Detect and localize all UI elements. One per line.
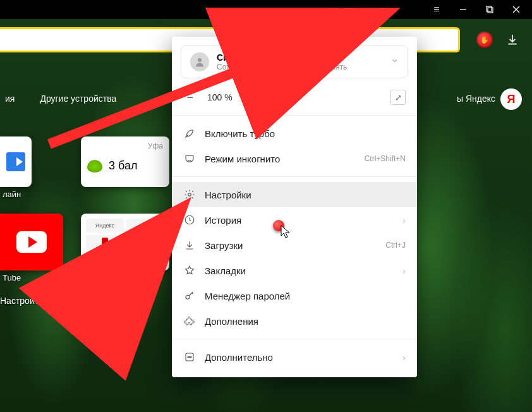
mini-thumb	[86, 251, 124, 265]
menu-item-label: Дополнения	[205, 316, 258, 327]
chevron-right-icon: ›	[402, 265, 406, 276]
mini-thumb	[126, 235, 164, 249]
svg-rect-1	[487, 6, 492, 11]
nav-tab-devices[interactable]: Другие устройства	[40, 94, 116, 110]
downloads-icon[interactable]	[505, 33, 519, 47]
hamburger-menu-icon[interactable]: ≡	[432, 5, 441, 14]
mini-thumb: Яндекс	[86, 219, 124, 233]
main-menu-dropdown: Синхрониза Сохра данные, чтобы их не пот…	[172, 37, 417, 377]
zoom-out-button[interactable]: −	[183, 91, 197, 104]
divider	[172, 176, 417, 177]
svg-point-5	[198, 58, 202, 62]
download-icon	[183, 239, 196, 251]
rocket-icon	[183, 127, 196, 140]
adblock-icon[interactable]: ✋	[476, 32, 493, 48]
shortcut-label: Ctrl+J	[385, 241, 406, 250]
nav-tab-yandex-services[interactable]: ы Яндекс	[457, 94, 495, 110]
bottom-links: Настроить экран Галерея ф	[0, 296, 131, 306]
sync-card[interactable]: Синхрониза Сохра данные, чтобы их не пот…	[181, 45, 408, 78]
gallery-link[interactable]: Галерея ф	[88, 296, 131, 306]
weather-tile[interactable]: Уфа 3 бал	[81, 136, 169, 187]
mini-thumb	[126, 219, 164, 233]
window-maximize-icon[interactable]	[485, 5, 494, 14]
menu-item-label: Менеджер паролей	[205, 291, 290, 301]
traffic-score: 3 бал	[109, 159, 137, 173]
svg-point-6	[188, 193, 191, 197]
gear-icon	[183, 188, 196, 201]
play-icon	[6, 152, 25, 171]
menu-item-label: Закладки	[205, 265, 246, 276]
key-icon	[183, 289, 196, 302]
cursor-icon	[281, 225, 291, 239]
menu-item-passwords[interactable]: Менеджер паролей	[172, 283, 417, 308]
menu-item-label: Включить турбо	[205, 128, 275, 139]
menu-item-history[interactable]: История ›	[172, 207, 417, 233]
menu-item-label: История	[205, 215, 241, 226]
menu-item-addons[interactable]: Дополнения	[172, 308, 417, 334]
gallery-tile[interactable]: Яндекс	[81, 214, 169, 270]
yandex-logo-icon[interactable]: Я	[500, 88, 522, 110]
menu-item-turbo[interactable]: Включить турбо	[172, 121, 417, 146]
history-icon	[183, 214, 196, 226]
svg-point-8	[186, 295, 190, 299]
zoom-value: 100 %	[207, 92, 233, 102]
divider	[172, 115, 417, 116]
shortcut-label: Ctrl+Shift+N	[365, 154, 406, 163]
more-icon	[183, 351, 196, 363]
window-titlebar: ≡	[0, 0, 532, 19]
menu-item-label: Режим инкогнито	[205, 154, 280, 164]
menu-item-label: Загрузки	[205, 240, 243, 251]
fullscreen-button[interactable]: ⤢	[390, 90, 406, 105]
mini-thumb	[86, 235, 124, 249]
chevron-down-icon[interactable]: ⌄	[390, 52, 399, 64]
svg-point-10	[188, 356, 189, 358]
tile-label: лайн	[3, 190, 21, 199]
weather-city: Уфа	[87, 142, 163, 150]
divider	[172, 339, 417, 339]
nav-tab-fragment[interactable]: ия	[5, 94, 15, 110]
svg-rect-2	[488, 8, 493, 13]
zoom-in-button[interactable]: +	[243, 91, 257, 104]
mini-thumb	[126, 251, 164, 265]
svg-point-12	[191, 356, 192, 358]
youtube-icon	[16, 231, 47, 253]
chevron-right-icon: ›	[402, 352, 406, 363]
customize-screen-link[interactable]: Настроить экран	[0, 296, 69, 306]
menu-item-settings[interactable]: Настройки	[172, 182, 417, 207]
zoom-control: − 100 % + ⤢	[172, 85, 417, 110]
puzzle-icon	[183, 315, 196, 327]
menu-item-bookmarks[interactable]: Закладки ›	[172, 258, 417, 283]
traffic-icon	[87, 160, 102, 173]
window-minimize-icon[interactable]	[459, 5, 468, 14]
menu-item-label: Настройки	[205, 190, 251, 200]
chevron-right-icon: ›	[402, 215, 406, 226]
menu-item-incognito[interactable]: Режим инкогнито Ctrl+Shift+N	[172, 146, 417, 171]
star-icon	[183, 264, 196, 277]
menu-item-downloads[interactable]: Загрузки Ctrl+J	[172, 233, 417, 258]
avatar-icon	[190, 52, 209, 71]
speed-dial-tile[interactable]	[0, 136, 32, 187]
tile-label: Tube	[3, 273, 21, 282]
sync-title: Синхрониза	[217, 52, 347, 63]
sync-subtitle: Сохра данные, чтобы их не потерять	[217, 63, 347, 71]
menu-item-label: Дополнительно	[205, 352, 273, 363]
youtube-tile[interactable]	[0, 214, 63, 270]
svg-point-11	[189, 356, 190, 358]
menu-item-more[interactable]: Дополнительно ›	[172, 344, 417, 370]
window-close-icon[interactable]	[512, 5, 521, 14]
mask-icon	[183, 152, 196, 165]
